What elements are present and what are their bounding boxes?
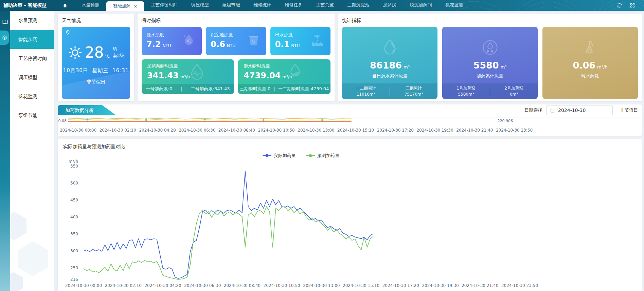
metric-unit: NTU [291, 43, 300, 48]
weather-weekday: 星期三 [92, 67, 108, 74]
sparkline-svg: 0.08220.9062024-10-30 00:002024-10-30 02… [58, 117, 639, 134]
nav-tab-1[interactable]: 智能加药× [106, 1, 144, 11]
sidebar-item-0[interactable]: 水量预测 [10, 11, 54, 30]
sidebar-item-5[interactable]: 泵组节能 [10, 106, 54, 125]
date-picker[interactable]: 2024-10-30 [546, 105, 613, 115]
nav-tab-9[interactable]: 加药房 [376, 0, 403, 11]
y-tick-label: 550 [70, 164, 78, 169]
legend-marker-icon [263, 155, 271, 156]
spark-series-orange-marker [321, 121, 323, 122]
nav-tab-label: 调压模型 [191, 2, 209, 7]
flow-card-1: 源水瞬时流量4739.04m³/h三期瞬时流量:0|一二期瞬时流量:4739.0… [238, 59, 330, 94]
x-tick-label: 2024-10-30 06:30 [184, 283, 221, 288]
stat-unit: m³ [404, 64, 410, 70]
nav-tab-3[interactable]: 调压模型 [184, 0, 215, 11]
sidebar-item-4[interactable]: 矾花监测 [10, 87, 54, 106]
stats-card-0: 86186m³当日源水累计流量一二期累计11016m³三期累计75170m³ [342, 27, 437, 99]
nav-tab-8[interactable]: 三期沉淀池 [340, 0, 376, 11]
fullscreen-icon[interactable] [630, 3, 635, 8]
big-drop-icon [380, 38, 400, 57]
metric-value: 4739.04 [244, 71, 281, 80]
metric-value: 7.2 [146, 40, 161, 49]
x-tick-label: 2024-10-30 15:10 [343, 283, 379, 288]
outflow-icon [309, 33, 326, 49]
x-tick-label: 2024-10-30 19:30 [422, 283, 459, 288]
hexagon-decoration [18, 241, 48, 276]
nav-tab-bar: 水量预测智能加药×工艺停留时间调压模型泵组节能维修统计维修任务工艺总览三期沉淀池… [75, 0, 470, 11]
nav-tab-label: 工艺停留时间 [151, 2, 177, 7]
y-tick-label: 300 [70, 249, 78, 253]
drops-circle-icon [481, 38, 499, 57]
nav-tab-label: 矾花监测 [445, 2, 463, 7]
spark-min-label: 0.08 [58, 119, 67, 123]
nav-tab-0[interactable]: 水量预测 [75, 0, 106, 11]
nav-tab-11[interactable]: 矾花监测 [439, 0, 470, 11]
flow-footer-right: 二号加药泵:341.43 [191, 86, 230, 92]
stat-footer-value: 0m³ [490, 91, 538, 97]
hexagon-decoration [10, 272, 23, 291]
spark-series-yellow-marker [321, 118, 323, 119]
spark-series-cyan-marker [204, 119, 206, 121]
flow-footer-left: 三期瞬时流量:0 [240, 86, 271, 92]
nav-tab-2[interactable]: 工艺停留时间 [144, 0, 184, 11]
date-select-label: 日期选择 [524, 107, 542, 113]
spark-x-tick-label: 2024-10-30 13:00 [298, 128, 334, 133]
spark-x-tick-label: 2024-10-30 15:10 [337, 128, 374, 133]
refresh-icon[interactable] [617, 3, 622, 8]
x-tick-label: 2024-10-30 21:40 [462, 283, 498, 288]
x-tick-label: 2024-10-30 10:50 [264, 283, 300, 288]
stat-footer-label: 2号加药泵 [490, 85, 538, 91]
metric-label: 源水瞬时流量 [244, 63, 325, 69]
spark-x-tick-label: 2024-10-30 04:20 [139, 128, 176, 133]
nav-tab-label: 水量预测 [82, 2, 100, 7]
cup-icon [246, 33, 262, 50]
y-tick-label: 350 [70, 232, 78, 236]
flow-footer-right: 一二期瞬时流量:4739.04 [278, 86, 329, 92]
x-tick-label: 2024-10-30 13:00 [303, 283, 340, 288]
legend-item[interactable]: 预测加药量 [306, 153, 339, 159]
nav-tab-4[interactable]: 泵组节能 [215, 0, 247, 11]
weather-holiday-status: 非节假日 [62, 79, 130, 85]
sparkline-chart: 0.08220.9062024-10-30 00:002024-10-30 02… [58, 117, 642, 134]
stat-value: 86186 [370, 60, 402, 71]
close-tab-icon[interactable]: × [134, 4, 138, 8]
dosing-analysis-tab: 加药数据分析 [58, 105, 116, 115]
sidebar-item-1[interactable]: 智能加药 [10, 30, 54, 49]
x-tick-label: 2024-10-30 17:20 [382, 283, 419, 288]
comparison-line-chart: m³/h5505004504003503002502162024-10-30 0… [63, 159, 639, 291]
hexagon-decoration [10, 212, 26, 240]
top-bar: 辅助决策 - 智能模型 水量预测智能加药×工艺停留时间调压模型泵组节能维修统计维… [0, 0, 644, 11]
nav-tab-6[interactable]: 维修任务 [278, 0, 309, 11]
instant-metrics-panel: 瞬时指标 源水浊度7.2NTU沉淀池浊度0.6NTU出水浊度0.1NTU 加药泵… [138, 14, 335, 101]
spark-series-cyan [68, 120, 352, 120]
stat-value: 5580 [473, 60, 499, 71]
rail-active-item[interactable] [0, 31, 9, 45]
home-button[interactable] [62, 3, 68, 8]
stat-footer-value: 75170m³ [390, 91, 437, 97]
section-title-stats: 统计指标 [342, 18, 638, 24]
stat-footer-label: 1号加药泵 [442, 85, 490, 91]
spark-x-tick-label: 2024-10-30 08:40 [218, 128, 255, 133]
spark-x-tick-label: 2024-10-30 02:10 [100, 128, 136, 133]
sidebar-item-2[interactable]: 工艺停留时间 [10, 49, 54, 68]
section-title-weather: 天气情况 [62, 18, 130, 24]
instant-card-0: 源水浊度7.2NTU [142, 27, 202, 55]
nav-tab-label: 三期沉淀池 [347, 2, 369, 7]
sidebar-item-3[interactable]: 调压模型 [10, 68, 54, 87]
y-axis-unit-label: m³/h [69, 159, 78, 164]
legend-item[interactable]: 实际加药量 [263, 153, 296, 159]
nav-tab-label: 维修任务 [285, 2, 302, 7]
nav-tab-7[interactable]: 工艺总览 [309, 0, 340, 11]
nav-tab-10[interactable]: 脱泥加药间 [403, 0, 439, 11]
app-title: 辅助决策 - 智能模型 [3, 2, 47, 8]
spark-series-cyan-marker [87, 119, 88, 121]
nav-tab-label: 加药房 [383, 2, 396, 7]
series-实际加药量 [84, 171, 373, 278]
spark-series-orange-marker [204, 121, 206, 122]
book-icon[interactable] [2, 19, 8, 26]
x-tick-label: 2024-10-30 00:00 [65, 283, 102, 288]
instant-card-1: 沉淀池浊度0.6NTU [206, 27, 266, 55]
nav-tab-5[interactable]: 维修统计 [247, 0, 278, 11]
stat-label: 加药累计流量 [477, 73, 503, 79]
pump-pulse-icon [186, 62, 208, 84]
